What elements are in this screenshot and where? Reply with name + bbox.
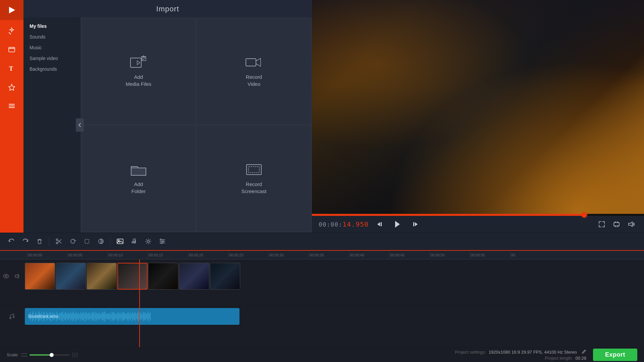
- record-video-card[interactable]: RecordVideo: [197, 18, 311, 125]
- ruler-mark-50: 00:00:50: [429, 251, 470, 259]
- delete-button[interactable]: [34, 235, 46, 247]
- skip-back-button[interactable]: [374, 218, 386, 230]
- svg-marker-5: [9, 84, 15, 90]
- project-length-label: Project length:: [545, 356, 573, 361]
- audio-note-icon: [7, 312, 16, 321]
- nav-music[interactable]: Music: [23, 42, 80, 53]
- ruler-mark-0: 00:00:00: [27, 251, 67, 259]
- sidebar-tool-clip[interactable]: [3, 41, 20, 58]
- audio-track-row: Soundtrack.wma: [0, 306, 644, 326]
- ruler-mark-20: 00:00:20: [188, 251, 228, 259]
- audio-clip-label: Soundtrack.wma: [28, 314, 58, 319]
- video-clip-7[interactable]: [210, 263, 240, 290]
- skip-forward-button[interactable]: [409, 218, 421, 230]
- project-length-value: 00:28: [575, 356, 586, 361]
- ruler-mark-60: 00:: [510, 251, 550, 259]
- time-display: 00:00:14.950: [319, 220, 369, 228]
- scale-slider[interactable]: [30, 354, 70, 356]
- scale-slider-thumb[interactable]: [50, 353, 54, 357]
- bottom-bar: Scale: Project settings: 644x362 16:9 …: [0, 347, 644, 362]
- scrubber-thumb[interactable]: [582, 212, 587, 218]
- play-button[interactable]: [391, 218, 404, 230]
- fullscreen-button[interactable]: [596, 218, 608, 230]
- adjust-button[interactable]: [156, 235, 168, 247]
- nav-backgrounds[interactable]: Backgrounds: [23, 64, 80, 74]
- svg-text:T: T: [9, 65, 13, 72]
- sidebar-tool-text[interactable]: T: [3, 60, 20, 77]
- nav-sounds[interactable]: Sounds: [23, 32, 80, 42]
- import-content: AddMedia Files RecordVideo A: [80, 17, 312, 233]
- project-settings-label: Project settings:: [455, 350, 486, 355]
- toolbar-separator-1: [49, 237, 49, 246]
- top-area: T Import My files Sounds Music Sample vi…: [0, 0, 644, 233]
- audio-button[interactable]: [128, 235, 140, 247]
- nav-my-files[interactable]: My files: [23, 21, 80, 32]
- svg-rect-18: [413, 222, 414, 226]
- ruler-mark-55: 00:00:55: [470, 251, 510, 259]
- edit-project-settings-button[interactable]: [582, 349, 586, 355]
- video-clips: [23, 263, 241, 290]
- export-button[interactable]: Export: [593, 349, 637, 361]
- svg-marker-39: [15, 274, 18, 278]
- svg-line-2: [9, 33, 11, 34]
- undo-button[interactable]: [5, 235, 17, 247]
- cut-button[interactable]: [53, 235, 65, 247]
- volume-button[interactable]: [625, 218, 637, 230]
- record-screencast-card[interactable]: RecordScreencast: [197, 125, 311, 232]
- video-clip-6[interactable]: [179, 263, 209, 290]
- add-media-label: AddMedia Files: [126, 73, 152, 87]
- track-eye-button[interactable]: [2, 272, 10, 281]
- project-settings-value: 644x362 16:9 29.97 FPS, 44100 Hz Stere…: [489, 350, 577, 355]
- ruler-mark-35: 00:00:35: [309, 251, 349, 259]
- preview-controls: 00:00:14.950: [312, 216, 644, 233]
- video-frame: [312, 0, 644, 214]
- nav-sample-video[interactable]: Sample video: [23, 53, 80, 64]
- video-clip-1[interactable]: [25, 263, 55, 290]
- rotate-button[interactable]: [67, 235, 79, 247]
- left-sidebar: T: [0, 0, 23, 233]
- add-folder-label: AddFolder: [131, 181, 146, 195]
- svg-line-24: [58, 240, 61, 243]
- ruler-mark-45: 00:00:45: [389, 251, 429, 259]
- gap-track-row: [0, 293, 644, 306]
- ruler-mark-30: 00:00:30: [268, 251, 309, 259]
- audio-track-content: Soundtrack.wma: [23, 308, 644, 325]
- settings-button[interactable]: [142, 235, 154, 247]
- svg-rect-19: [614, 223, 619, 226]
- preview-scrubber[interactable]: [312, 214, 644, 216]
- svg-point-36: [162, 241, 164, 242]
- sidebar-tool-magic[interactable]: [3, 22, 20, 39]
- video-clip-2[interactable]: [56, 263, 86, 290]
- svg-marker-16: [395, 221, 400, 228]
- svg-rect-27: [117, 239, 123, 244]
- collapse-panel-button[interactable]: [76, 118, 84, 132]
- video-clip-4[interactable]: [117, 263, 148, 290]
- import-title: Import: [23, 0, 312, 17]
- svg-point-31: [147, 240, 149, 242]
- video-clip-3[interactable]: [87, 263, 117, 290]
- scene-overlay: [312, 0, 644, 214]
- svg-rect-42: [21, 354, 27, 356]
- svg-rect-11: [246, 59, 256, 66]
- video-track-content: [23, 263, 644, 290]
- crop-button[interactable]: [81, 235, 93, 247]
- preview-video: [312, 0, 644, 214]
- sidebar-tool-effects[interactable]: [3, 79, 20, 96]
- svg-point-29: [132, 242, 133, 243]
- ruler-marks: 00:00:00 00:00:05 00:00:10 00:00:15 00:0…: [27, 251, 617, 259]
- redo-button[interactable]: [19, 235, 32, 247]
- track-volume-button[interactable]: [13, 272, 22, 281]
- app-logo: [0, 0, 23, 20]
- image-button[interactable]: [114, 235, 126, 247]
- import-panel: Import My files Sounds Music Sample vide…: [23, 0, 312, 233]
- audio-clip[interactable]: Soundtrack.wma: [25, 308, 239, 325]
- svg-rect-25: [85, 239, 89, 243]
- sidebar-tool-menu[interactable]: [3, 98, 20, 114]
- import-nav: My files Sounds Music Sample video Backg…: [23, 17, 80, 233]
- video-clip-5[interactable]: [148, 263, 178, 290]
- expand-button[interactable]: [610, 218, 623, 230]
- add-folder-card[interactable]: AddFolder: [81, 125, 196, 232]
- color-button[interactable]: [95, 235, 107, 247]
- scale-control: Scale:: [7, 352, 78, 357]
- add-media-files-card[interactable]: AddMedia Files: [81, 18, 196, 125]
